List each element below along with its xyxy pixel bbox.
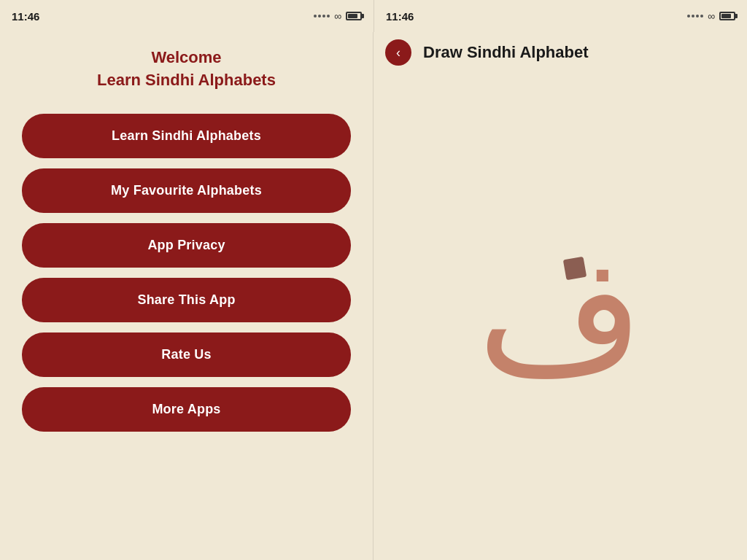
time-left: 11:46: [12, 10, 39, 23]
draw-alphabet-title: Draw Sindhi Alphabet: [423, 43, 589, 62]
dot3: [322, 15, 325, 18]
menu-buttons: Learn Sindhi Alphabets My Favourite Alph…: [22, 114, 351, 432]
battery-icon-right: [719, 12, 735, 20]
right-header: ‹ Draw Sindhi Alphabet: [374, 32, 747, 73]
dot2: [318, 15, 321, 18]
status-bar: 11:46 ∞ 11:46 ∞: [0, 0, 747, 32]
battery-fill-right: [721, 14, 731, 18]
status-icons-left: ∞: [314, 10, 362, 22]
alphabet-canvas: ف: [374, 73, 747, 560]
back-button[interactable]: ‹: [385, 39, 411, 66]
welcome-line2: Learn Sindhi Alphabets: [97, 71, 276, 89]
btn-rate-us[interactable]: Rate Us: [22, 332, 351, 377]
dot4r: [700, 15, 703, 18]
btn-more-apps[interactable]: More Apps: [22, 387, 351, 432]
status-bar-left: 11:46 ∞: [0, 0, 374, 32]
letter-container: ف: [477, 236, 643, 397]
btn-learn-alphabets[interactable]: Learn Sindhi Alphabets: [22, 114, 351, 158]
welcome-title: Welcome Learn Sindhi Alphabets: [97, 47, 276, 92]
right-panel: ‹ Draw Sindhi Alphabet ف: [374, 32, 747, 560]
welcome-line1: Welcome: [151, 48, 221, 66]
btn-share-app[interactable]: Share This App: [22, 278, 351, 322]
dot4: [327, 15, 330, 18]
dot1: [314, 15, 317, 18]
status-icons-right: ∞: [687, 10, 735, 22]
time-right: 11:46: [386, 10, 414, 23]
dot3r: [696, 15, 699, 18]
dot1r: [687, 15, 690, 18]
btn-app-privacy[interactable]: App Privacy: [22, 223, 351, 268]
main-content: Welcome Learn Sindhi Alphabets Learn Sin…: [0, 32, 747, 560]
sindhi-letter-display: ف: [477, 227, 643, 406]
wifi-icon-right: ∞: [708, 10, 715, 22]
battery-icon-left: [346, 12, 362, 20]
btn-favourite-alphabets[interactable]: My Favourite Alphabets: [22, 168, 351, 213]
battery-fill-left: [348, 14, 357, 18]
dot2r: [692, 15, 694, 18]
signal-dots-left: [314, 15, 330, 18]
signal-dots-right: [687, 15, 703, 18]
left-panel: Welcome Learn Sindhi Alphabets Learn Sin…: [0, 32, 374, 560]
wifi-icon-left: ∞: [334, 10, 341, 22]
back-chevron-icon: ‹: [396, 45, 400, 61]
status-bar-right: 11:46 ∞: [374, 0, 747, 32]
